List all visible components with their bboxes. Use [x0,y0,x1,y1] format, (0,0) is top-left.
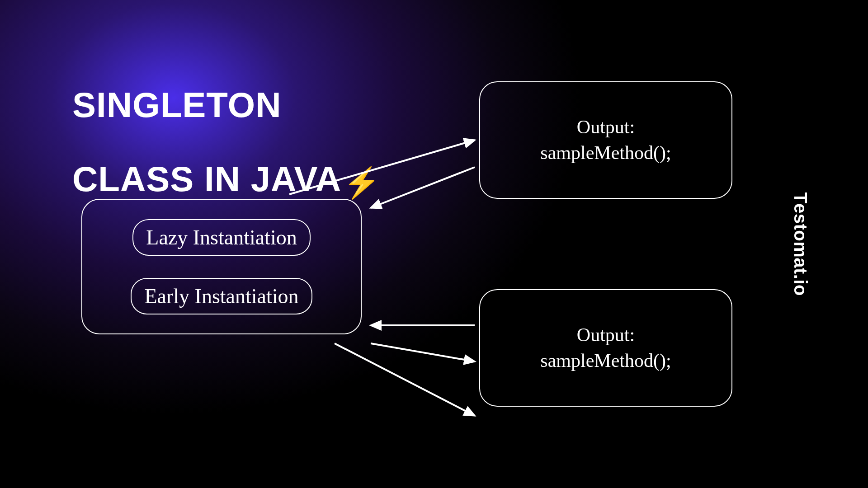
output-top-line2: sampleMethod(); [540,140,671,166]
title-line-2: CLASS IN JAVA [72,159,341,199]
title-line-1: SINGLETON [72,85,282,125]
brand-prefix: T [791,192,811,203]
lightning-icon: ⚡ [343,167,381,198]
lazy-instantiation-pill: Lazy Instantiation [132,219,310,256]
arrow-up-2 [371,167,475,208]
arrow-down-3 [335,343,475,416]
output-bottom-line2: sampleMethod(); [540,348,671,374]
output-top-line1: Output: [577,114,635,140]
early-instantiation-pill: Early Instantiation [131,278,312,314]
brand-text: estomat.io [791,203,811,296]
output-box-top: Output: sampleMethod(); [479,81,732,199]
page-title: SINGLETON CLASS IN JAVA⚡ [72,50,381,198]
output-bottom-line1: Output: [577,322,635,348]
output-box-bottom: Output: sampleMethod(); [479,289,732,407]
instantiation-group: Lazy Instantiation Early Instantiation [81,199,362,334]
arrow-down-2 [371,343,475,361]
brand-logo: Testomat.io [791,192,811,296]
